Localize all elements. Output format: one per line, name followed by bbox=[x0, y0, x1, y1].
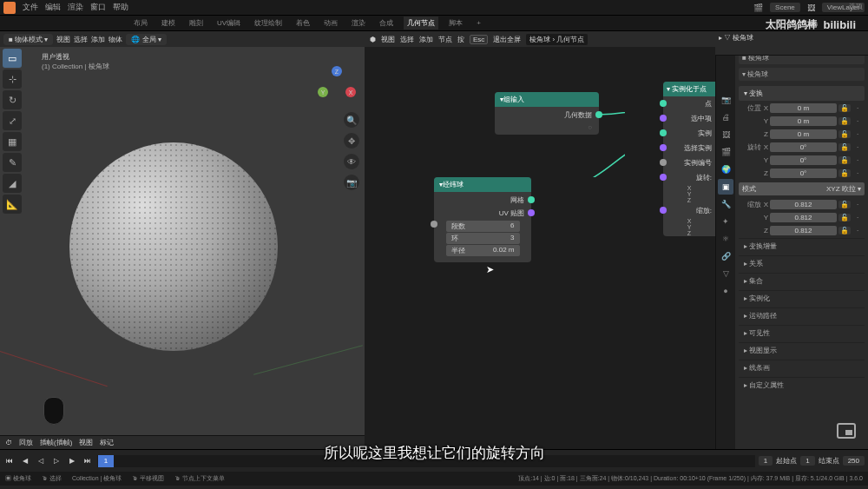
zoom-icon[interactable]: 🔍 bbox=[344, 112, 359, 128]
socket-dot-icon[interactable] bbox=[660, 174, 667, 181]
tool-cursor-icon[interactable]: ⊹ bbox=[3, 69, 22, 89]
nav-gizmo[interactable]: X Y Z bbox=[318, 66, 356, 104]
tab-comp[interactable]: 合成 bbox=[376, 17, 397, 30]
instanced-sphere-object[interactable] bbox=[69, 142, 278, 351]
tab-render[interactable]: 渲染 bbox=[348, 17, 369, 30]
vp-options[interactable]: 选项 bbox=[849, 2, 863, 11]
ds-play[interactable]: 回放 bbox=[19, 438, 33, 447]
tab-scene-icon[interactable]: 🎬 bbox=[718, 144, 733, 160]
tab-material-icon[interactable]: ● bbox=[718, 283, 733, 299]
socket-dot-icon[interactable] bbox=[660, 115, 667, 122]
pan-icon[interactable]: ✥ bbox=[344, 133, 359, 149]
rot-x[interactable]: X bbox=[663, 185, 715, 191]
orientation-dropdown[interactable]: 🌐 全局 ▾ bbox=[126, 34, 166, 45]
persp-toggle-icon[interactable]: 📷 bbox=[344, 175, 359, 190]
node-iop-header[interactable]: ▾ 实例化于点 bbox=[663, 82, 715, 96]
menu-window[interactable]: 窗口 bbox=[90, 2, 106, 13]
vp-add[interactable]: 添加 bbox=[91, 35, 105, 44]
tab-geonodes[interactable]: 几何节点 bbox=[404, 17, 438, 30]
node-uv-sphere[interactable]: ▾ 经纬球 网格 UV 贴图 段数6 环3 半径0.02 m bbox=[434, 177, 531, 262]
mode-dropdown[interactable]: ■ 物体模式 ▾ bbox=[3, 34, 53, 45]
frame-end[interactable]: 250 bbox=[843, 456, 865, 466]
gizmo-x-axis[interactable]: X bbox=[345, 87, 356, 97]
section-lineart[interactable]: ▸ 线条画 bbox=[739, 360, 865, 375]
scale-y[interactable]: Y bbox=[663, 224, 715, 230]
field-rings[interactable]: 环3 bbox=[446, 233, 520, 244]
tab-constraints-icon[interactable]: 🔗 bbox=[718, 248, 733, 264]
tab-shading[interactable]: 着色 bbox=[293, 17, 313, 30]
section-motionpath[interactable]: ▸ 运动路径 bbox=[739, 307, 865, 323]
dopesheet-header[interactable]: ⏱ 回放 插帧(插帧) 视图 标记 bbox=[0, 435, 365, 449]
section-relations[interactable]: ▸ 关系 bbox=[739, 255, 865, 271]
node-canvas[interactable]: ▾ 组输入 几何数据 ○ ▾ 经纬球 网格 UV 贴图 段数6 环3 半径0.0… bbox=[365, 47, 715, 449]
socket-dot-icon[interactable] bbox=[660, 207, 667, 214]
rot-y[interactable]: 0° bbox=[770, 155, 837, 165]
node-group-input-header[interactable]: ▾ 组输入 bbox=[495, 92, 599, 107]
node-instance-on-points[interactable]: ▾ 实例化于点 点 选中项 实例 选择实例 实例编号 旋转: X Y Z 缩放:… bbox=[663, 82, 715, 236]
tab-uv[interactable]: UV编辑 bbox=[214, 17, 244, 30]
node-editor-header[interactable]: ⬢ 视图 选择 添加 节点 按 Esc 退出全屏 棱角球 › 几何节点 bbox=[365, 31, 715, 47]
tab-render-icon[interactable]: 📷 bbox=[718, 92, 733, 108]
scale-z[interactable]: 0.812 bbox=[770, 226, 837, 235]
play-icon[interactable]: ▷ bbox=[50, 455, 62, 467]
frame-start[interactable]: 1 bbox=[800, 456, 814, 466]
socket-dot-icon[interactable] bbox=[595, 111, 602, 118]
tab-world-icon[interactable]: 🌍 bbox=[718, 162, 733, 177]
pos-x[interactable]: 0 m bbox=[770, 103, 837, 113]
section-instancing[interactable]: ▸ 实例化 bbox=[739, 290, 865, 306]
tool-rotate-icon[interactable]: ⤢ bbox=[3, 111, 22, 130]
tool-annotate-icon[interactable]: ✎ bbox=[3, 153, 22, 172]
socket-dot-icon[interactable] bbox=[528, 209, 535, 216]
rotation-mode-dropdown[interactable]: 模式XYZ 欧拉 ▾ bbox=[739, 182, 865, 195]
workspace-tabs[interactable]: 布局 建模 雕刻 UV编辑 纹理绘制 着色 动画 渲染 合成 几何节点 脚本 + bbox=[0, 16, 868, 31]
outliner[interactable]: ▸ ▽ 棱角球 bbox=[715, 31, 868, 56]
socket-dot-icon[interactable] bbox=[528, 196, 535, 203]
socket-dot-icon[interactable] bbox=[660, 129, 667, 136]
main-menubar[interactable]: 文件 编辑 渲染 窗口 帮助 🎬 Scene 🖼 ViewLayer bbox=[0, 0, 868, 16]
tab-viewlayer-icon[interactable]: 🖼 bbox=[718, 127, 733, 142]
tab-texpaint[interactable]: 纹理绘制 bbox=[251, 17, 286, 30]
viewport-header[interactable]: ■ 物体模式 ▾ 视图 选择 添加 物体 🌐 全局 ▾ 选项 bbox=[0, 31, 365, 47]
tool-addcube-icon[interactable]: 📐 bbox=[3, 195, 22, 214]
tab-anim[interactable]: 动画 bbox=[320, 17, 341, 30]
section-viewport[interactable]: ▸ 视图显示 bbox=[739, 342, 865, 358]
tool-move-icon[interactable]: ↻ bbox=[3, 90, 22, 109]
tool-select-box-icon[interactable]: ▭ bbox=[3, 49, 22, 68]
node-group-input[interactable]: ▾ 组输入 几何数据 ○ bbox=[495, 92, 599, 135]
tab-sculpt[interactable]: 雕刻 bbox=[186, 17, 207, 30]
section-collections[interactable]: ▸ 集合 bbox=[739, 273, 865, 288]
ds-keying[interactable]: 插帧(插帧) bbox=[40, 438, 72, 447]
3d-viewport[interactable]: 用户透视 (1) Collection | 棱角球 ▭ ⊹ ↻ ⤢ ▦ ✎ ◢ … bbox=[0, 47, 365, 435]
rot-z[interactable]: Z bbox=[663, 197, 715, 203]
tab-data-icon[interactable]: ▽ bbox=[718, 266, 733, 281]
tab-modifiers-icon[interactable]: 🔧 bbox=[718, 196, 733, 212]
socket-dot-icon[interactable] bbox=[660, 159, 667, 166]
ds-mark[interactable]: 标记 bbox=[100, 438, 114, 447]
pip-icon[interactable] bbox=[837, 423, 856, 439]
menu-help[interactable]: 帮助 bbox=[113, 2, 128, 13]
socket-dot-icon[interactable] bbox=[660, 144, 667, 151]
ne-select[interactable]: 选择 bbox=[400, 35, 414, 44]
frame-current[interactable]: 1 bbox=[759, 456, 773, 466]
menu-render[interactable]: 渲染 bbox=[68, 2, 83, 13]
section-custom[interactable]: ▸ 自定义属性 bbox=[739, 377, 865, 393]
tab-add[interactable]: + bbox=[473, 17, 484, 29]
tool-measure-icon[interactable]: ◢ bbox=[3, 174, 22, 193]
rot-y[interactable]: Y bbox=[663, 191, 715, 197]
tab-modeling[interactable]: 建模 bbox=[158, 17, 179, 30]
vp-view[interactable]: 视图 bbox=[56, 35, 70, 44]
skip-start-icon[interactable]: ⏮ bbox=[3, 455, 16, 467]
pos-y[interactable]: 0 m bbox=[770, 116, 837, 126]
rot-x[interactable]: 0° bbox=[770, 142, 837, 152]
scene-field[interactable]: Scene bbox=[770, 3, 800, 12]
tab-particles-icon[interactable]: ✦ bbox=[718, 214, 733, 229]
ne-editor-icon[interactable]: ⬢ bbox=[370, 36, 376, 43]
ds-view[interactable]: 视图 bbox=[79, 438, 93, 447]
tab-output-icon[interactable]: 🖨 bbox=[718, 109, 733, 125]
gizmo-y-axis[interactable]: Y bbox=[318, 87, 328, 97]
skip-end-icon[interactable]: ⏭ bbox=[82, 455, 94, 467]
field-radius[interactable]: 半径0.02 m bbox=[446, 245, 520, 256]
tool-scale-icon[interactable]: ▦ bbox=[3, 132, 22, 151]
scale-y[interactable]: 0.812 bbox=[770, 213, 837, 222]
vp-object[interactable]: 物体 bbox=[108, 35, 122, 44]
